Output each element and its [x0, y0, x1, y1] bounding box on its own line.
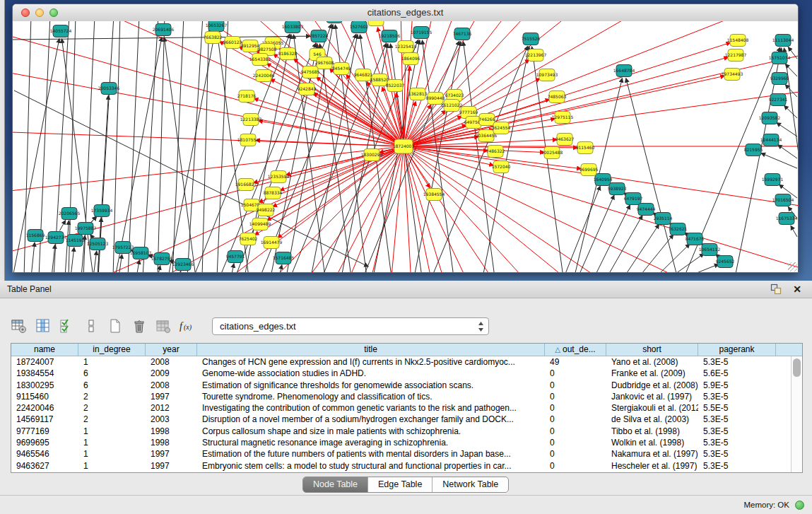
cell[interactable]: Stergiakouli et al. (2012) — [606, 402, 698, 414]
column-header-name[interactable]: name — [11, 344, 78, 356]
cell[interactable]: 2009 — [146, 368, 197, 379]
cell[interactable]: 2008 — [146, 380, 197, 391]
cell[interactable]: de Silva et al. (2003) — [606, 414, 698, 425]
cell[interactable]: 0 — [545, 448, 606, 460]
table-row[interactable]: 1830029562008Estimation of significance … — [11, 380, 792, 391]
cell[interactable]: 6 — [78, 368, 146, 379]
cell[interactable]: Embryonic stem cells: a model to study s… — [197, 460, 545, 472]
cell[interactable]: 0 — [545, 391, 606, 402]
cell[interactable]: 1 — [78, 460, 146, 472]
cell[interactable]: Changes of HCN gene expression and I(f) … — [197, 356, 545, 368]
cell[interactable]: 1 — [78, 448, 146, 460]
citation-graph[interactable]: 1405572420691406106532671603380378572246… — [13, 21, 798, 272]
table-row[interactable]: 969969511998Structural magnetic resonanc… — [11, 437, 792, 448]
table-selector-dropdown[interactable]: citations_edges.txt — [212, 317, 489, 335]
cell[interactable]: 49 — [545, 356, 606, 368]
cell[interactable]: Franke et al. (2009) — [606, 368, 698, 379]
table-row[interactable]: 946362711997Embryonic stem cells: a mode… — [11, 460, 792, 472]
cell[interactable]: 9777169 — [11, 426, 78, 437]
cell[interactable]: Nakamura et al. (1997) — [606, 448, 698, 460]
cell[interactable]: 2008 — [146, 356, 197, 368]
cell[interactable]: 5.3E-5 — [698, 448, 776, 460]
cell[interactable]: 18724007 — [11, 356, 78, 368]
cell[interactable]: Wolkin et al. (1998) — [606, 437, 698, 448]
cell[interactable]: 0 — [545, 368, 606, 379]
column-header-title[interactable]: title — [197, 344, 545, 356]
cell[interactable]: 1 — [78, 426, 146, 437]
cell[interactable]: 5.3E-5 — [698, 391, 776, 402]
table-scrollbar[interactable] — [791, 356, 802, 472]
cell[interactable]: 5.3E-5 — [698, 437, 776, 448]
cell[interactable]: 1 — [78, 356, 146, 368]
function-builder-icon[interactable]: f (x) — [178, 317, 196, 335]
cell[interactable]: 5.9E-5 — [698, 380, 776, 391]
tab-node-table[interactable]: Node Table — [303, 477, 368, 492]
import-table-icon[interactable] — [154, 317, 172, 335]
cell[interactable]: 1 — [78, 437, 146, 448]
new-table-icon[interactable] — [106, 317, 124, 335]
cell[interactable]: Estimation of the future numbers of pati… — [197, 448, 545, 460]
publication-node[interactable] — [326, 21, 342, 23]
cell[interactable]: 0 — [545, 437, 606, 448]
cell[interactable]: 0 — [545, 414, 606, 425]
table-settings-icon[interactable] — [10, 317, 28, 335]
cell[interactable]: 5.3E-5 — [698, 426, 776, 437]
column-header-year[interactable]: year — [146, 344, 197, 356]
cell[interactable]: 22420046 — [11, 402, 78, 414]
window-resize-grip[interactable] — [788, 262, 797, 271]
cell[interactable]: 6 — [78, 380, 146, 391]
network-canvas[interactable]: 1405572420691406106532671603380378572246… — [13, 21, 798, 272]
cell[interactable]: Disruption of a novel member of a sodium… — [197, 414, 545, 425]
row-height-icon[interactable] — [82, 317, 100, 335]
table-row[interactable]: 2242004622012Investigating the contribut… — [11, 402, 792, 414]
cell[interactable]: 1997 — [146, 391, 197, 402]
cell[interactable]: Hescheler et al. (1997) — [606, 460, 698, 472]
cell[interactable]: 0 — [545, 380, 606, 391]
cell[interactable]: 9463627 — [11, 460, 78, 472]
cell[interactable]: 1997 — [146, 460, 197, 472]
cell[interactable]: 0 — [545, 402, 606, 414]
cell[interactable]: 9115460 — [11, 391, 78, 402]
table-row[interactable]: 946554611997Estimation of the future num… — [11, 448, 792, 460]
cell[interactable]: Yano et al. (2008) — [606, 356, 698, 368]
cell[interactable]: 2003 — [146, 414, 197, 425]
table-row[interactable]: 1872400712008Changes of HCN gene express… — [11, 356, 792, 368]
close-window-button[interactable] — [21, 8, 30, 17]
cell[interactable]: 18300295 — [11, 380, 78, 391]
scrollbar-thumb[interactable] — [793, 358, 801, 377]
cell[interactable]: 9699695 — [11, 437, 78, 448]
column-header-out-de-[interactable]: △out_de... — [545, 344, 606, 356]
delete-table-icon[interactable] — [130, 317, 148, 335]
cell[interactable]: 2012 — [146, 402, 197, 414]
cell[interactable]: 2 — [78, 414, 146, 425]
cell[interactable]: Estimation of significance thresholds fo… — [197, 380, 545, 391]
cell[interactable]: Genome-wide association studies in ADHD. — [197, 368, 545, 379]
table-row[interactable]: 911546021997Tourette syndrome. Phenomeno… — [11, 391, 792, 402]
cell[interactable]: Jankovic et al. (1997) — [606, 391, 698, 402]
close-panel-icon[interactable]: ✕ — [791, 283, 804, 296]
cell[interactable]: Dudbridge et al. (2008) — [606, 380, 698, 391]
cell[interactable]: 5.3E-5 — [698, 460, 776, 472]
table-row[interactable]: 977716911998Corpus callosum shape and si… — [11, 426, 792, 437]
cell[interactable]: Structural magnetic resonance image aver… — [197, 437, 545, 448]
minimize-window-button[interactable] — [35, 8, 44, 17]
cell[interactable]: Corpus callosum shape and size in male p… — [197, 426, 545, 437]
column-header-in-degree[interactable]: in_degree — [78, 344, 146, 356]
show-columns-icon[interactable] — [34, 317, 52, 335]
cell[interactable]: Tourette syndrome. Phenomenology and cla… — [197, 391, 545, 402]
cell[interactable]: 5.3E-5 — [698, 414, 776, 425]
cell[interactable]: 1998 — [146, 437, 197, 448]
cell[interactable]: 5.3E-5 — [698, 356, 776, 368]
table-row[interactable]: 1938455462009Genome-wide association stu… — [11, 368, 792, 379]
cell[interactable]: Tibbo et al. (1998) — [606, 426, 698, 437]
cell[interactable]: 0 — [545, 426, 606, 437]
column-header-short[interactable]: short — [606, 344, 698, 356]
cell[interactable]: 2 — [78, 391, 146, 402]
cell[interactable]: 19384554 — [11, 368, 78, 379]
column-header-pagerank[interactable]: pagerank — [698, 344, 776, 356]
cell[interactable]: 5.5E-5 — [698, 402, 776, 414]
select-columns-icon[interactable] — [58, 317, 76, 335]
cell[interactable]: 2 — [78, 402, 146, 414]
tab-network-table[interactable]: Network Table — [433, 477, 508, 492]
cell[interactable]: 9465546 — [11, 448, 78, 460]
